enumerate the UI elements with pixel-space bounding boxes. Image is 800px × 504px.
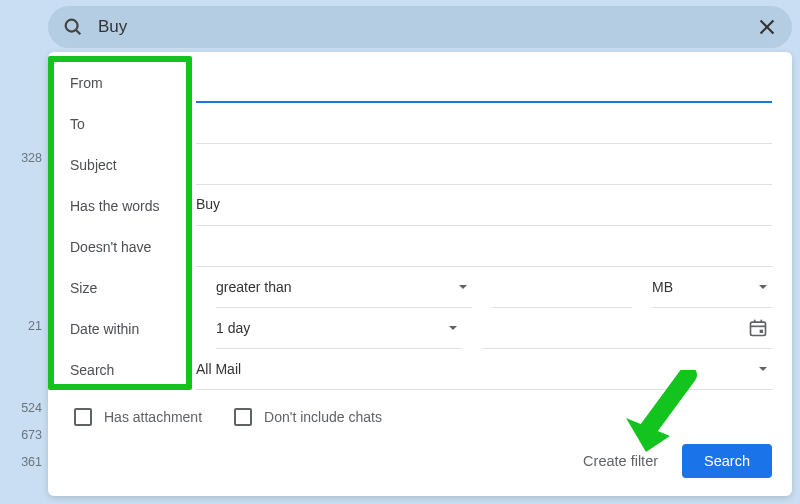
to-label: To <box>68 116 196 132</box>
has-words-label: Has the words <box>68 198 196 214</box>
has-words-input[interactable] <box>196 196 772 214</box>
date-within-label: Date within <box>68 321 196 337</box>
sidebar-count: 361 <box>0 455 42 469</box>
search-bar[interactable] <box>48 6 792 48</box>
svg-point-0 <box>66 20 78 32</box>
date-picker[interactable] <box>482 308 772 349</box>
from-input[interactable] <box>196 73 772 91</box>
sidebar-count: 328 <box>0 151 42 165</box>
size-number-field[interactable] <box>492 267 632 308</box>
date-within-value: 1 day <box>216 320 250 336</box>
search-in-select[interactable]: All Mail <box>196 349 772 390</box>
has-attachment-label: Has attachment <box>104 409 202 425</box>
checkbox-icon <box>234 408 252 426</box>
sidebar-count: 524 <box>0 401 42 415</box>
sidebar-count: 673 <box>0 428 42 442</box>
sidebar-counts: 328 21 524 673 361 <box>0 0 48 504</box>
svg-rect-4 <box>751 322 766 335</box>
doesnt-have-label: Doesn't have <box>68 239 196 255</box>
dont-include-chats-label: Don't include chats <box>264 409 382 425</box>
size-label: Size <box>68 280 196 296</box>
from-label: From <box>68 75 196 91</box>
size-op-select[interactable]: greater than <box>216 267 472 308</box>
search-input[interactable] <box>84 17 756 37</box>
search-in-label: Search <box>68 362 196 378</box>
subject-label: Subject <box>68 157 196 173</box>
to-field[interactable] <box>196 103 772 144</box>
size-unit-select[interactable]: MB <box>652 267 772 308</box>
subject-input[interactable] <box>196 155 772 173</box>
subject-field[interactable] <box>196 144 772 185</box>
close-icon[interactable] <box>756 16 778 38</box>
chevron-down-icon <box>758 282 768 292</box>
calendar-icon <box>748 318 768 338</box>
search-in-value: All Mail <box>196 361 241 377</box>
checkbox-icon <box>74 408 92 426</box>
from-field[interactable] <box>196 62 772 103</box>
chevron-down-icon <box>458 282 468 292</box>
search-icon <box>62 16 84 38</box>
doesnt-have-field[interactable] <box>196 226 772 267</box>
size-unit-value: MB <box>652 279 673 295</box>
size-op-value: greater than <box>216 279 292 295</box>
sidebar-count: 21 <box>0 319 42 333</box>
search-button[interactable]: Search <box>682 444 772 478</box>
doesnt-have-input[interactable] <box>196 237 772 255</box>
dont-include-chats-checkbox[interactable]: Don't include chats <box>234 408 382 426</box>
create-filter-button[interactable]: Create filter <box>579 447 662 475</box>
date-within-select[interactable]: 1 day <box>216 308 462 349</box>
chevron-down-icon <box>758 364 768 374</box>
chevron-down-icon <box>448 323 458 333</box>
has-attachment-checkbox[interactable]: Has attachment <box>74 408 202 426</box>
has-words-field[interactable] <box>196 185 772 226</box>
svg-rect-8 <box>760 330 763 333</box>
to-input[interactable] <box>196 114 772 132</box>
filter-panel: From To Subject Has the words Doesn't ha… <box>48 52 792 496</box>
svg-line-1 <box>76 30 80 34</box>
